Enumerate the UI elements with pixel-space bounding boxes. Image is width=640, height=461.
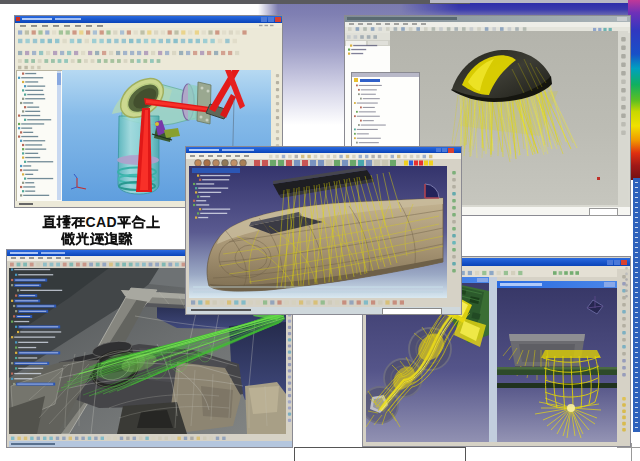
svg-text:A: A bbox=[96, 215, 106, 230]
svg-text:C: C bbox=[86, 215, 96, 230]
svg-text:D: D bbox=[106, 215, 116, 230]
